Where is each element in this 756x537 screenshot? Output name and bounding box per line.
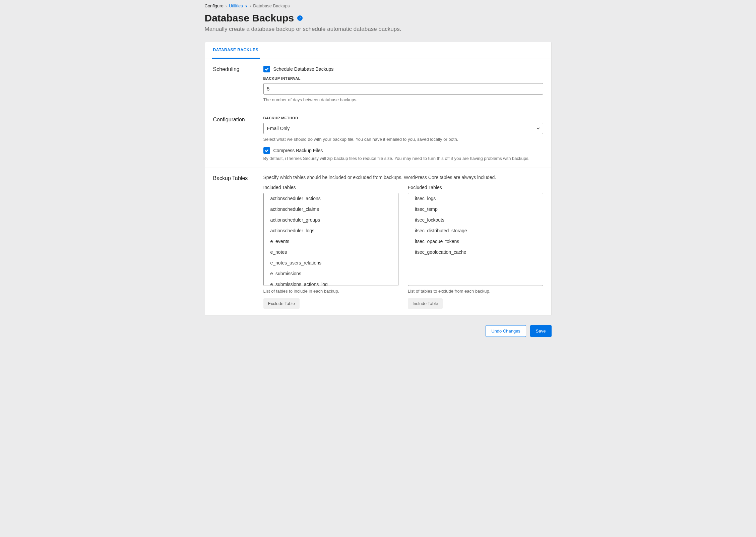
- schedule-backups-checkbox[interactable]: [263, 66, 270, 72]
- check-icon: [264, 67, 269, 71]
- section-scheduling: Scheduling Schedule Database Backups BAC…: [205, 59, 551, 109]
- exclude-table-button[interactable]: Exclude Table: [263, 298, 300, 309]
- schedule-backups-label: Schedule Database Backups: [273, 66, 334, 72]
- included-tables-list[interactable]: actionscheduler_actionsactionscheduler_c…: [263, 193, 399, 286]
- excluded-tables-list[interactable]: itsec_logsitsec_tempitsec_lockoutsitsec_…: [408, 193, 543, 286]
- excluded-tables-label: Excluded Tables: [408, 185, 543, 190]
- breadcrumb-utilities[interactable]: Utilities ▼: [229, 3, 248, 8]
- list-item[interactable]: e_submissions: [264, 268, 398, 279]
- backup-interval-help: The number of days between database back…: [263, 97, 543, 102]
- list-item[interactable]: e_submissions_actions_log: [264, 279, 398, 286]
- list-item[interactable]: itsec_geolocation_cache: [408, 247, 543, 257]
- list-item[interactable]: actionscheduler_groups: [264, 215, 398, 225]
- include-table-button[interactable]: Include Table: [408, 298, 443, 309]
- excluded-tables-help: List of tables to exclude from each back…: [408, 289, 543, 294]
- included-tables-help: List of tables to include in each backup…: [263, 289, 399, 294]
- footer-actions: Undo Changes Save: [205, 325, 552, 337]
- backup-interval-label: BACKUP INTERVAL: [263, 76, 543, 80]
- list-item[interactable]: itsec_logs: [408, 193, 543, 204]
- backup-method-help: Select what we should do with your backu…: [263, 137, 543, 142]
- backup-interval-input[interactable]: [263, 83, 543, 95]
- info-icon[interactable]: i: [297, 15, 303, 21]
- compress-files-checkbox[interactable]: [263, 147, 270, 154]
- compress-files-help: By default, iThemes Security will zip ba…: [263, 156, 543, 161]
- compress-files-label: Compress Backup Files: [273, 148, 323, 153]
- settings-card: DATABASE BACKUPS Scheduling Schedule Dat…: [205, 42, 552, 316]
- check-icon: [264, 148, 269, 153]
- backup-method-label: BACKUP METHOD: [263, 116, 543, 120]
- breadcrumb-current: Database Backups: [253, 3, 290, 8]
- list-item[interactable]: actionscheduler_logs: [264, 225, 398, 236]
- breadcrumb: Configure › Utilities ▼ › Database Backu…: [205, 3, 552, 8]
- list-item[interactable]: itsec_temp: [408, 204, 543, 215]
- list-item[interactable]: itsec_distributed_storage: [408, 225, 543, 236]
- list-item[interactable]: e_events: [264, 236, 398, 247]
- section-heading-backup-tables: Backup Tables: [213, 175, 263, 309]
- caret-down-icon: ▼: [245, 5, 248, 8]
- undo-changes-button[interactable]: Undo Changes: [486, 325, 526, 337]
- page-subtitle: Manually create a database backup or sch…: [205, 26, 552, 33]
- chevron-right-icon: ›: [250, 4, 251, 8]
- backup-tables-intro: Specify which tables should be included …: [263, 175, 543, 180]
- list-item[interactable]: e_notes_users_relations: [264, 257, 398, 268]
- chevron-right-icon: ›: [226, 4, 227, 8]
- breadcrumb-root[interactable]: Configure: [205, 3, 224, 8]
- section-heading-scheduling: Scheduling: [213, 66, 263, 102]
- list-item[interactable]: e_notes: [264, 247, 398, 257]
- section-heading-configuration: Configuration: [213, 116, 263, 161]
- list-item[interactable]: itsec_lockouts: [408, 215, 543, 225]
- tab-database-backups[interactable]: DATABASE BACKUPS: [212, 42, 260, 59]
- save-button[interactable]: Save: [530, 325, 552, 337]
- backup-method-select[interactable]: Email Only: [263, 123, 543, 134]
- section-backup-tables: Backup Tables Specify which tables shoul…: [205, 168, 551, 315]
- list-item[interactable]: itsec_opaque_tokens: [408, 236, 543, 247]
- list-item[interactable]: actionscheduler_actions: [264, 193, 398, 204]
- included-tables-label: Included Tables: [263, 185, 399, 190]
- list-item[interactable]: actionscheduler_claims: [264, 204, 398, 215]
- section-configuration: Configuration BACKUP METHOD Email Only S…: [205, 109, 551, 168]
- page-title: Database Backups: [205, 12, 294, 24]
